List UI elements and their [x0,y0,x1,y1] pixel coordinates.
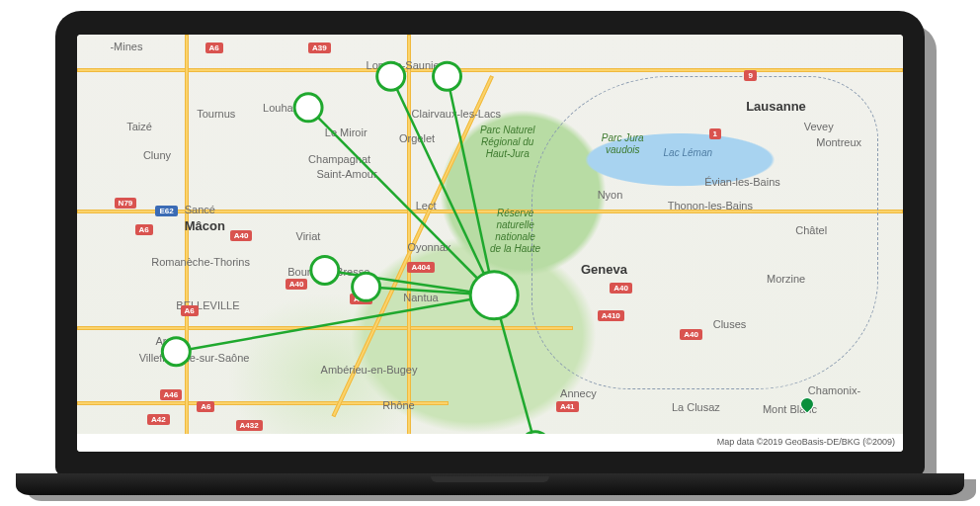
park-label: Parc Naturel Régional du Haut-Jura [480,125,535,160]
road-badge: A39 [308,42,331,53]
road-badge: E62 [155,206,177,216]
city-label: Arnas [155,335,184,347]
park-label: Parc Jura vaudois [602,132,644,156]
road-line [77,68,903,72]
map-canvas[interactable]: -MinesLons-le-SaunierLausanneTaizéLouhan… [77,35,903,452]
city-label: Saint-Amour [316,168,376,180]
city-label: Lausanne [746,99,806,114]
screen: -MinesLons-le-SaunierLausanneTaizéLouhan… [77,35,903,452]
city-label: Bourg-en-Bresse [287,266,369,278]
road-badge: 9 [744,70,756,81]
city-label: Viriat [296,230,321,242]
road-badge: A46 [160,389,183,400]
city-label: Montreux [816,136,861,148]
network-hub[interactable] [470,272,518,319]
lake-label: Lac Léman [664,147,712,158]
road-line [77,326,573,330]
road-badge: A41 [556,401,579,412]
road-badge: A40 [610,283,632,294]
road-badge: A40 [350,294,372,304]
road-badge: A6 [181,305,199,316]
city-label: Romanèche-Thorins [151,256,250,268]
city-label: Ambérieu-en-Bugey [321,364,418,376]
city-label: Oyonnax [407,241,450,253]
city-label: Châtel [795,224,827,236]
road-badge: A42 [147,414,170,425]
city-label: Annecy [560,387,597,399]
laptop-bezel: -MinesLons-le-SaunierLausanneTaizéLouhan… [55,11,925,475]
city-label: Thonon-les-Bains [668,200,753,211]
city-label: Taizé [126,121,152,132]
city-label: Évian-les-Bains [704,176,779,188]
road-badge: A40 [680,329,702,340]
city-label: La Clusaz [672,401,720,413]
laptop-mockup: -MinesLons-le-SaunierLausanneTaizéLouhan… [16,11,964,495]
city-label: Vevey [804,121,834,132]
city-label: Clairvaux-les-Lacs [412,108,501,120]
road-badge: A6 [205,42,223,53]
map-attribution: Map data ©2019 GeoBasis-DE/BKG (©2009) [713,436,899,448]
laptop-base [16,473,964,495]
network-edge [494,295,535,446]
road-badge: A410 [598,310,624,321]
city-label: Chamonix- [808,384,860,396]
city-label: Rhône [382,399,414,411]
road-badge: 1 [709,128,721,139]
road-line [185,35,189,452]
city-label: Cluny [143,149,171,161]
road-badge: A404 [407,262,434,273]
city-label: Nyon [598,189,623,201]
city-label: Villefranche-sur-Saône [139,352,250,364]
city-label: Morzine [767,273,805,285]
city-label: Nantua [403,292,438,303]
city-label: Louhans [263,102,304,114]
city-label: Geneva [581,262,627,277]
road-badge: A40 [230,230,253,241]
city-label: Lons-le-Saunier [367,59,444,71]
city-label: -Mines [110,41,142,52]
road-badge: A6 [135,224,153,235]
city-label: Mâcon [185,218,225,233]
city-label: Champagnat [308,153,370,165]
park-label: Réserve naturelle nationale de la Haute [490,208,540,255]
city-label: Tournus [197,108,235,120]
city-label: Le Miroir [325,126,368,138]
city-label: Orgelet [399,132,435,144]
road-badge: A6 [197,401,214,412]
road-badge: N79 [115,198,137,209]
city-label: Lect [416,200,437,211]
road-badge: A432 [236,420,263,431]
road-badge: A40 [286,279,308,290]
city-label: Sancé [185,204,215,215]
city-label: Cluses [713,318,747,330]
